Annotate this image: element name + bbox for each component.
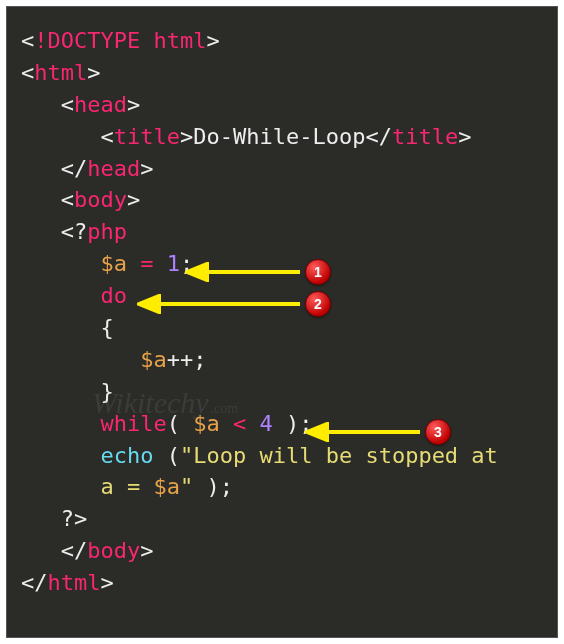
line-body-close: </body> <box>21 538 153 563</box>
line-doctype: <!DOCTYPE html> <box>21 28 220 53</box>
line-lbrace: { <box>21 315 114 340</box>
code-editor: Wikitechy.com <!DOCTYPE html> <html> <he… <box>6 6 558 638</box>
line-echo2: a = $a" ); <box>21 474 233 499</box>
line-do: do <box>21 283 127 308</box>
line-html-open: <html> <box>21 60 100 85</box>
line-php-open: <?php <box>21 219 127 244</box>
badge-3: 3 <box>425 419 451 445</box>
line-rbrace: } <box>21 379 114 404</box>
line-title: <title>Do-While-Loop</title> <box>21 124 471 149</box>
badge-1: 1 <box>305 259 331 285</box>
line-php-close: ?> <box>21 506 87 531</box>
badge-2: 2 <box>305 291 331 317</box>
line-body-open: <body> <box>21 187 140 212</box>
line-head-close: </head> <box>21 156 153 181</box>
line-assign: $a = 1; <box>21 251 193 276</box>
code-block: <!DOCTYPE html> <html> <head> <title>Do-… <box>21 25 547 599</box>
line-head-open: <head> <box>21 92 140 117</box>
line-echo: echo ("Loop will be stopped at <box>21 443 511 468</box>
line-html-close: </html> <box>21 570 114 595</box>
line-inc: $a++; <box>21 347 206 372</box>
line-while: while( $a < 4 ); <box>21 411 312 436</box>
